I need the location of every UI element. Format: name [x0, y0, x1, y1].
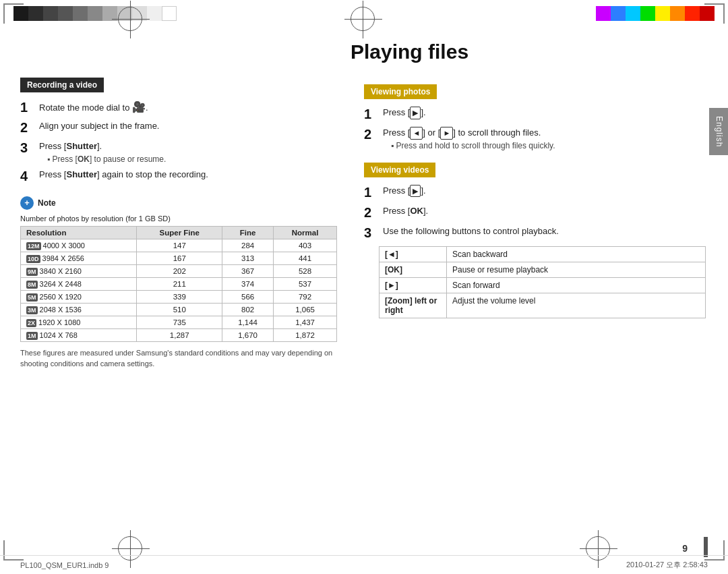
vp-step-2: 2 Press [◄] or [►] to scroll through fil…: [364, 126, 708, 150]
note-label: Note: [38, 198, 56, 208]
note-box: + Note: [20, 196, 337, 210]
table-row: 9M3840 X 2160 202 367 528: [21, 264, 337, 277]
vv-step-2-text: Press [OK].: [383, 204, 708, 218]
col-resolution: Resolution: [21, 226, 137, 239]
control-table-row: [Zoom] left or right Adjust the volume l…: [380, 293, 706, 318]
photo-table: Resolution Super Fine Fine Normal 12M400…: [20, 226, 337, 342]
vp-step-2-number: 2: [364, 126, 379, 142]
viewing-photos-section: Viewing photos 1 Press [▶]. 2 Press [◄] …: [364, 84, 708, 150]
vp-step-2-sub: Press and hold to scroll through files q…: [391, 141, 555, 150]
step-4-number: 4: [20, 168, 35, 184]
vp-step-2-text: Press [◄] or [►] to scroll through files…: [383, 127, 541, 138]
footer-bar: PL100_QSM_EUR1.indb 9 2010-01-27 오후 2:58…: [0, 555, 728, 574]
step-4-text: Press [Shutter] again to stop the record…: [39, 168, 337, 181]
vp-step-1-number: 1: [364, 106, 379, 122]
table-row: 8M3264 X 2448 211 374 537: [21, 277, 337, 290]
table-title: Number of photos by resolution (for 1 GB…: [20, 214, 337, 223]
step-3-sub: Press [OK] to pause or resume.: [47, 154, 166, 164]
step-2-text: Align your subject in the frame.: [39, 119, 337, 133]
vv-step-1-number: 1: [364, 184, 379, 200]
crosshair-top-left: [118, 7, 142, 31]
viewing-photos-header: Viewing photos: [364, 84, 437, 99]
vv-step-2: 2 Press [OK].: [364, 204, 708, 221]
color-strip-left: [13, 6, 177, 21]
vp-step-1: 1 Press [▶].: [364, 106, 708, 122]
col-normal: Normal: [274, 226, 337, 239]
table-footer-note: These figures are measured under Samsung…: [20, 347, 337, 370]
vv-step-2-number: 2: [364, 204, 379, 221]
step-4: 4 Press [Shutter] again to stop the reco…: [20, 168, 337, 184]
control-table-row: [◄] Scan backward: [380, 246, 706, 262]
col-fine: Fine: [222, 226, 274, 239]
viewing-videos-header: Viewing videos: [364, 163, 435, 177]
table-header-row: Resolution Super Fine Fine Normal: [21, 226, 337, 239]
step-2: 2 Align your subject in the frame.: [20, 119, 337, 136]
step-1-text: Rotate the mode dial to 🎥.: [39, 99, 337, 115]
footer-right: 2010-01-27 오후 2:58:43: [626, 560, 708, 570]
control-table-row: [►] Scan forward: [380, 277, 706, 293]
control-table: [◄] Scan backward [OK] Pause or resume p…: [379, 246, 706, 318]
vv-step-1: 1 Press [▶].: [364, 184, 708, 200]
page-number: 9: [682, 543, 688, 554]
step-2-number: 2: [20, 119, 35, 136]
step-1-number: 1: [20, 99, 35, 115]
vp-step-1-text: Press [▶].: [383, 106, 708, 119]
table-row: 3M2048 X 1536 510 802 1,065: [21, 303, 337, 316]
top-bar: [0, 0, 728, 27]
page-bar: [704, 537, 708, 557]
table-row: 12M4000 X 3000 147 284 403: [21, 239, 337, 252]
step-3-number: 3: [20, 140, 35, 156]
vv-step-3-number: 3: [364, 225, 379, 241]
vv-step-3: 3 Use the following buttons to control p…: [364, 225, 708, 241]
crosshair-top-center: [351, 7, 375, 31]
main-content: Recording a video 1 Rotate the mode dial…: [20, 37, 708, 537]
vv-step-3-text: Use the following buttons to control pla…: [383, 225, 708, 238]
color-strip-right: [596, 6, 715, 21]
vv-step-1-text: Press [▶].: [383, 184, 708, 198]
table-row: 5M2560 X 1920 339 566 792: [21, 290, 337, 303]
viewing-videos-section: Viewing videos 1 Press [▶]. 2 Press [OK]…: [364, 163, 708, 318]
step-1: 1 Rotate the mode dial to 🎥.: [20, 99, 337, 115]
table-row: 1M1024 X 768 1,287 1,670 1,872: [21, 328, 337, 341]
footer-left: PL100_QSM_EUR1.indb 9: [20, 561, 109, 569]
left-column: Recording a video 1 Rotate the mode dial…: [20, 37, 351, 537]
control-table-row: [OK] Pause or resume playback: [380, 262, 706, 277]
right-column: Viewing photos 1 Press [▶]. 2 Press [◄] …: [351, 37, 708, 537]
recording-video-header: Recording a video: [20, 78, 104, 92]
step-3: 3 Press [Shutter]. Press [OK] to pause o…: [20, 140, 337, 164]
table-row: 2X1920 X 1080 735 1,144 1,437: [21, 316, 337, 328]
note-icon: +: [20, 196, 34, 210]
step-3-text: Press [Shutter].: [39, 141, 102, 151]
sidebar-language-tab: English: [709, 108, 728, 155]
table-row: 10D3984 X 2656 167 313 441: [21, 252, 337, 264]
recording-video-section: Recording a video 1 Rotate the mode dial…: [20, 78, 337, 184]
col-super-fine: Super Fine: [137, 226, 222, 239]
